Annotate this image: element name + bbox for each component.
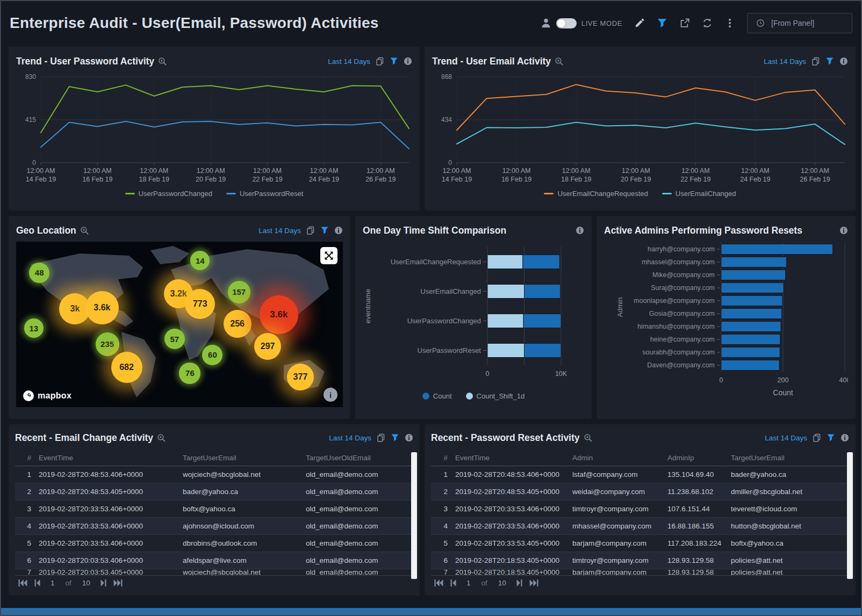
refresh-icon[interactable] xyxy=(702,18,713,28)
map-cluster[interactable]: 682 xyxy=(111,352,142,383)
map-cluster[interactable]: 48 xyxy=(29,263,49,283)
table-row[interactable]: 52019-02-28T20:33:53.406+0000dbrobins@ou… xyxy=(15,535,413,552)
bar-sourabh@company.com[interactable] xyxy=(721,347,780,358)
zoom-in-icon[interactable] xyxy=(584,433,593,443)
copy-icon[interactable] xyxy=(306,226,315,235)
column-header[interactable]: Admin xyxy=(572,454,667,462)
time-range-label[interactable]: Last 14 Days xyxy=(329,434,371,442)
copy-icon[interactable] xyxy=(813,433,821,442)
prev-page-button[interactable] xyxy=(449,579,458,587)
info-icon[interactable] xyxy=(841,433,849,442)
map-cluster[interactable]: 3.6k xyxy=(85,291,119,324)
filter-icon[interactable] xyxy=(825,57,834,66)
next-page-button[interactable] xyxy=(515,579,524,587)
bar-Count[interactable] xyxy=(523,255,560,269)
map-cluster[interactable]: 57 xyxy=(164,329,185,349)
map-cluster[interactable]: 773 xyxy=(185,289,215,319)
legend-item[interactable]: UserEmailChanged xyxy=(662,190,736,198)
prev-page-button[interactable] xyxy=(33,579,42,587)
map-info-button[interactable]: i xyxy=(324,388,337,402)
filter-icon[interactable] xyxy=(827,433,835,442)
table-scrollbar[interactable] xyxy=(847,452,853,579)
live-mode-toggle[interactable] xyxy=(556,18,577,28)
legend-item[interactable]: Count xyxy=(422,392,452,400)
table-row[interactable]: 32019-02-28T20:33:53.406+0000boftx@yahoo… xyxy=(15,501,413,518)
table-row[interactable]: 22019-02-28T20:48:53.405+0000bader@yahoo… xyxy=(15,483,413,501)
next-page-button[interactable] xyxy=(99,579,108,587)
edit-icon[interactable] xyxy=(634,18,645,28)
info-icon[interactable] xyxy=(839,226,848,235)
last-page-button[interactable] xyxy=(529,579,538,587)
bar-himanshu@company.com[interactable] xyxy=(721,322,781,332)
bar-Mike@company.com[interactable] xyxy=(721,270,786,280)
bar-harryh@company.com[interactable] xyxy=(721,244,833,255)
map-cluster[interactable]: 14 xyxy=(190,251,210,270)
info-icon[interactable] xyxy=(839,57,848,66)
column-header[interactable]: AdminIp xyxy=(667,454,731,462)
map-cluster[interactable]: 377 xyxy=(287,364,314,390)
map-cluster[interactable]: 76 xyxy=(179,363,200,384)
bar-Suraj@company.com[interactable] xyxy=(721,283,784,293)
table-row[interactable]: 12019-02-28T20:48:53.406+0000lstaf@compa… xyxy=(431,466,849,483)
zoom-in-icon[interactable] xyxy=(80,226,89,235)
bar-heine@company.com[interactable] xyxy=(721,335,780,345)
bar-Count_Shift_1d[interactable] xyxy=(487,255,523,269)
info-icon[interactable] xyxy=(404,57,412,66)
map-cluster[interactable]: 3.6k xyxy=(260,295,298,334)
first-page-button[interactable] xyxy=(18,579,27,587)
table-scrollbar[interactable] xyxy=(411,452,417,579)
table-row[interactable]: 62019-02-28T20:18:53.405+0000timtroyr@co… xyxy=(431,552,849,569)
legend-item[interactable]: UserPasswordReset xyxy=(226,190,304,198)
map-cluster[interactable]: 297 xyxy=(254,333,281,360)
first-page-button[interactable] xyxy=(434,579,443,587)
time-range-label[interactable]: Last 14 Days xyxy=(765,434,807,442)
map-cluster[interactable]: 60 xyxy=(202,345,222,365)
copy-icon[interactable] xyxy=(377,433,385,442)
kebab-menu-icon[interactable] xyxy=(724,18,735,28)
last-page-button[interactable] xyxy=(113,579,123,587)
series-UserEmailChangeRequested[interactable] xyxy=(457,84,845,130)
world-map[interactable]: 483k3.6k132356823.2k773141572563.6k57607… xyxy=(16,242,343,407)
bar-Count_Shift_1d[interactable] xyxy=(487,285,525,299)
zoom-in-icon[interactable] xyxy=(555,57,564,66)
map-cluster[interactable]: 235 xyxy=(96,332,119,356)
time-range-label[interactable]: Last 14 Days xyxy=(258,227,301,235)
bar-Count[interactable] xyxy=(525,285,561,299)
info-icon[interactable] xyxy=(334,226,343,235)
zoom-in-icon[interactable] xyxy=(158,57,167,66)
filter-icon[interactable] xyxy=(390,57,398,66)
map-cluster[interactable]: 157 xyxy=(228,281,250,303)
time-range-box[interactable]: [From Panel] xyxy=(747,13,852,33)
bar-Count[interactable] xyxy=(525,344,562,358)
bar-Count[interactable] xyxy=(523,314,561,328)
mapbox-logo[interactable]: mapbox xyxy=(23,390,71,402)
series-UserPasswordReset[interactable] xyxy=(41,121,409,149)
legend-item[interactable]: Count_Shift_1d xyxy=(466,392,525,400)
column-header[interactable]: TargetUserOldEmail xyxy=(306,454,413,462)
column-header[interactable]: EventTime xyxy=(455,454,572,462)
share-icon[interactable] xyxy=(679,18,690,28)
bar-Count_Shift_1d[interactable] xyxy=(487,314,523,328)
filter-icon[interactable] xyxy=(320,226,329,235)
table-row[interactable]: 42019-02-28T20:33:53.406+0000ajohnson@ic… xyxy=(15,518,413,535)
table-row[interactable]: 32019-02-28T20:33:53.406+0000timtroyr@co… xyxy=(431,501,849,518)
table-row[interactable]: 12019-02-28T20:48:53.406+0000wojciech@sb… xyxy=(15,466,413,483)
time-range-label[interactable]: Last 14 Days xyxy=(328,57,370,66)
column-header[interactable]: EventTime xyxy=(39,454,183,462)
bar-Gosia@company.com[interactable] xyxy=(721,309,782,319)
column-header[interactable]: # xyxy=(15,454,39,462)
bar-mhassel@company.com[interactable] xyxy=(721,257,786,267)
series-UserEmailChanged[interactable] xyxy=(457,122,845,144)
info-icon[interactable] xyxy=(576,226,584,235)
table-row[interactable]: 22019-02-28T20:48:53.405+0000weidai@comp… xyxy=(431,483,849,501)
column-header[interactable]: TargetUserEmail xyxy=(731,454,849,462)
filter-icon[interactable] xyxy=(657,18,667,28)
filter-icon[interactable] xyxy=(391,433,399,442)
legend-item[interactable]: UserEmailChangeRequested xyxy=(544,190,648,198)
map-cluster[interactable]: 13 xyxy=(24,318,44,338)
time-range-label[interactable]: Last 14 Days xyxy=(764,57,806,66)
map-expand-button[interactable] xyxy=(320,247,337,264)
table-row[interactable]: 42019-02-28T20:33:53.406+0000mhassel@com… xyxy=(431,518,849,535)
legend-item[interactable]: UserPasswordChanged xyxy=(125,190,212,198)
zoom-in-icon[interactable] xyxy=(157,433,166,443)
